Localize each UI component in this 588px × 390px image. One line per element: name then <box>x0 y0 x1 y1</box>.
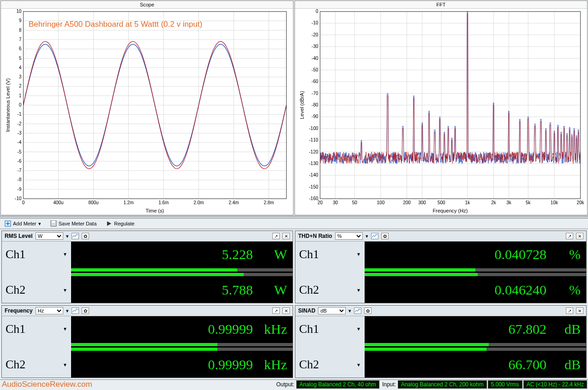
svg-text:1.6m: 1.6m <box>158 200 168 205</box>
freq-unit-select[interactable]: Hz <box>36 307 63 314</box>
svg-text:5k: 5k <box>526 200 531 205</box>
close-icon[interactable]: ✕ <box>576 307 583 314</box>
gear-icon[interactable]: ✿ <box>381 233 389 239</box>
svg-text:-8: -8 <box>18 177 22 182</box>
rms-unit-select[interactable]: W <box>36 232 63 240</box>
svg-text:200: 200 <box>403 200 411 205</box>
gear-icon[interactable]: ✿ <box>82 233 89 239</box>
svg-text:1: 1 <box>19 93 22 98</box>
svg-text:800u: 800u <box>88 200 98 205</box>
output-value[interactable]: Analog Balanced 2 Ch, 40 ohm <box>296 380 379 389</box>
gear-icon[interactable]: ✿ <box>82 307 89 314</box>
thdn-ch2-label: Ch2▼ <box>295 278 365 303</box>
save-meter-button[interactable]: Save Meter Data <box>48 220 99 227</box>
svg-text:1.2m: 1.2m <box>123 200 133 205</box>
play-icon <box>106 220 112 227</box>
svg-text:Time (s): Time (s) <box>146 208 164 213</box>
dropdown-arrow-icon: ▾ <box>66 308 69 314</box>
svg-text:6: 6 <box>19 46 22 51</box>
input-value[interactable]: Analog Balanced 2 Ch, 200 kohm <box>398 380 487 389</box>
svg-text:8: 8 <box>19 28 22 33</box>
add-meter-button[interactable]: Add Meter ▾ <box>3 220 43 227</box>
vrms-value[interactable]: 5.000 Vrms <box>488 380 522 389</box>
bandwidth-value[interactable]: AC (<10 Hz) - 22.4 kHz <box>523 380 587 389</box>
svg-text:-40: -40 <box>312 56 318 61</box>
close-icon[interactable]: ✕ <box>282 307 290 314</box>
scope-plot[interactable]: -10-9-8-7-6-5-4-3-2-10123456789100400u80… <box>1 9 293 214</box>
dropdown-arrow-icon: ▾ <box>366 233 368 239</box>
svg-text:400u: 400u <box>53 200 63 205</box>
svg-text:20: 20 <box>318 200 323 205</box>
gear-icon[interactable]: ✿ <box>364 307 372 314</box>
svg-text:0: 0 <box>22 200 25 205</box>
chevron-down-icon[interactable]: ▼ <box>63 288 67 293</box>
thdn-header: THD+N Ratio % ▾ ✿ ↗ ✕ <box>295 231 586 242</box>
thdn-title: THD+N Ratio <box>298 233 332 239</box>
close-icon[interactable]: ✕ <box>282 233 290 239</box>
freq-meter: Frequency Hz ▾ ✿ ↗ ✕ Ch1▼ 0.99999kHz Ch2… <box>1 305 293 378</box>
chart-icon[interactable] <box>354 307 361 314</box>
svg-text:3k: 3k <box>506 200 512 205</box>
svg-text:-90: -90 <box>312 114 318 119</box>
svg-text:0: 0 <box>316 9 318 14</box>
dropdown-arrow-icon: ▾ <box>66 233 69 239</box>
svg-text:9: 9 <box>19 18 22 23</box>
close-icon[interactable]: ✕ <box>576 233 583 239</box>
svg-text:2k: 2k <box>491 200 497 205</box>
thdn-meter: THD+N Ratio % ▾ ✿ ↗ ✕ Ch1▼ 0.040728% Ch2… <box>295 230 587 303</box>
dropdown-arrow-icon: ▾ <box>348 308 351 314</box>
svg-text:-110: -110 <box>309 137 318 142</box>
popout-icon[interactable]: ↗ <box>566 233 573 239</box>
watermark: AudioScienceReview.com <box>0 380 274 389</box>
chart-icon[interactable] <box>72 233 79 239</box>
svg-text:-70: -70 <box>312 91 318 96</box>
thdn-ch1-label: Ch1▼ <box>295 242 365 267</box>
sinad-ch1-value: 67.802dB <box>365 316 586 342</box>
svg-text:-1: -1 <box>18 112 22 117</box>
svg-text:50: 50 <box>352 200 358 205</box>
svg-text:-9: -9 <box>18 187 22 192</box>
chevron-down-icon[interactable]: ▼ <box>356 362 361 367</box>
svg-text:7: 7 <box>19 37 22 42</box>
chevron-down-icon[interactable]: ▼ <box>356 252 361 257</box>
meter-toolbar: Add Meter ▾ Save Meter Data Regulate <box>0 219 588 229</box>
sinad-unit-select[interactable]: dB <box>318 307 346 314</box>
rms-ch1-value: 5.228W <box>71 242 293 267</box>
plus-icon <box>5 220 11 227</box>
chart-icon[interactable] <box>371 233 378 239</box>
rms-ch1-label: Ch1▼ <box>2 242 71 267</box>
svg-text:30: 30 <box>333 200 338 205</box>
svg-text:Instantaneous Level (V): Instantaneous Level (V) <box>5 78 11 132</box>
chevron-down-icon[interactable]: ▼ <box>63 362 67 367</box>
svg-text:-50: -50 <box>312 67 318 72</box>
chevron-down-icon[interactable]: ▼ <box>356 326 361 331</box>
sinad-meter: SINAD dB ▾ ✿ ↗ ✕ Ch1▼ 67.802dB Ch2▼ <box>295 305 587 378</box>
freq-bars <box>71 342 293 352</box>
chevron-down-icon[interactable]: ▼ <box>356 288 361 293</box>
thdn-ch1-value: 0.040728% <box>365 242 586 267</box>
chevron-down-icon[interactable]: ▼ <box>63 252 67 257</box>
svg-text:-6: -6 <box>18 159 22 164</box>
popout-icon[interactable]: ↗ <box>566 307 573 314</box>
svg-text:2: 2 <box>19 83 22 89</box>
popout-icon[interactable]: ↗ <box>272 307 280 314</box>
chart-icon[interactable] <box>72 307 79 314</box>
svg-text:1k: 1k <box>465 200 471 205</box>
freq-ch1-value: 0.99999kHz <box>71 316 293 342</box>
fft-plot[interactable]: 0-10-20-30-40-50-60-70-80-90-100-110-120… <box>295 9 587 214</box>
svg-text:Level (dBrA): Level (dBrA) <box>299 91 305 119</box>
svg-text:0: 0 <box>19 102 22 107</box>
thdn-unit-select[interactable]: % <box>335 232 363 240</box>
svg-text:500: 500 <box>438 200 445 205</box>
rms-title: RMS Level <box>5 233 33 239</box>
scope-title: Scope <box>1 1 293 9</box>
regulate-button[interactable]: Regulate <box>104 220 136 227</box>
chevron-down-icon[interactable]: ▼ <box>63 326 67 331</box>
rms-ch2-label: Ch2▼ <box>2 278 71 303</box>
freq-ch2-label: Ch2▼ <box>2 352 71 378</box>
svg-text:2.4m: 2.4m <box>228 200 239 205</box>
svg-text:100: 100 <box>377 200 385 205</box>
svg-text:-10: -10 <box>15 196 22 201</box>
sinad-ch1-label: Ch1▼ <box>295 316 365 342</box>
popout-icon[interactable]: ↗ <box>272 233 280 239</box>
